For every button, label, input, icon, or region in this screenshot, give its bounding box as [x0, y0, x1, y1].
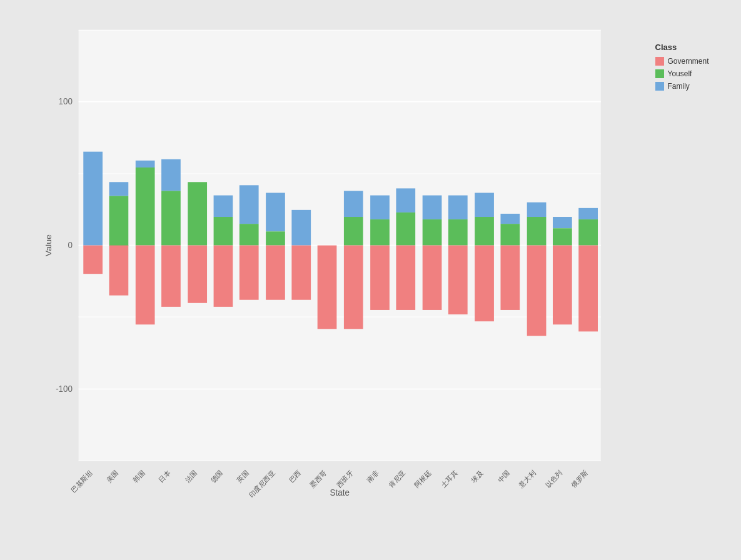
svg-rect-43 — [370, 219, 390, 246]
svg-rect-35 — [266, 246, 285, 300]
svg-rect-56 — [475, 246, 494, 322]
svg-rect-52 — [448, 219, 467, 246]
legend-label-youself: Youself — [668, 69, 692, 78]
svg-rect-57 — [500, 214, 520, 224]
svg-rect-46 — [396, 212, 415, 246]
svg-rect-38 — [317, 246, 336, 329]
family-swatch — [655, 82, 664, 91]
svg-rect-18 — [109, 246, 128, 296]
svg-rect-28 — [213, 217, 233, 246]
legend-title: Class — [655, 42, 730, 52]
svg-rect-14 — [83, 152, 103, 246]
svg-rect-23 — [161, 191, 181, 245]
legend-label-family: Family — [668, 82, 690, 91]
svg-text:-100: -100 — [56, 383, 73, 393]
chart-legend: Class Government Youself Family — [649, 24, 730, 549]
svg-rect-58 — [500, 224, 520, 245]
plot-area: 100 0 -100 Value State — [43, 24, 643, 505]
svg-rect-27 — [213, 196, 233, 217]
svg-text:0: 0 — [68, 239, 73, 249]
svg-rect-45 — [396, 188, 415, 212]
svg-rect-36 — [291, 210, 311, 246]
chart-svg: 100 0 -100 Value State — [43, 24, 643, 505]
svg-rect-68 — [578, 246, 598, 332]
svg-rect-42 — [370, 196, 390, 220]
svg-rect-16 — [109, 182, 128, 196]
svg-rect-19 — [135, 161, 154, 168]
svg-rect-22 — [161, 159, 181, 191]
svg-rect-51 — [448, 196, 467, 220]
svg-rect-40 — [343, 217, 363, 246]
svg-rect-49 — [422, 219, 441, 246]
svg-rect-50 — [422, 246, 441, 310]
svg-rect-32 — [239, 246, 258, 300]
svg-rect-26 — [188, 246, 207, 303]
svg-rect-48 — [422, 196, 441, 220]
svg-rect-31 — [239, 224, 258, 245]
legend-item-family: Family — [655, 82, 730, 91]
chart-area: 100 0 -100 Value State — [11, 11, 730, 549]
svg-text:100: 100 — [58, 96, 73, 106]
svg-rect-15 — [83, 246, 103, 274]
svg-rect-67 — [578, 219, 598, 246]
svg-rect-33 — [266, 193, 285, 232]
svg-rect-20 — [135, 168, 154, 246]
svg-rect-17 — [109, 196, 128, 246]
svg-rect-55 — [475, 217, 494, 246]
svg-rect-60 — [527, 202, 546, 217]
svg-rect-54 — [475, 193, 494, 218]
svg-rect-44 — [370, 246, 390, 310]
svg-rect-30 — [239, 185, 258, 224]
svg-rect-64 — [553, 228, 572, 245]
svg-rect-65 — [553, 246, 572, 325]
legend-label-government: Government — [668, 57, 709, 66]
svg-rect-47 — [396, 246, 415, 310]
svg-rect-39 — [343, 191, 363, 217]
svg-rect-62 — [527, 246, 546, 336]
svg-rect-34 — [266, 231, 285, 245]
svg-rect-59 — [500, 246, 520, 310]
svg-rect-53 — [448, 246, 467, 314]
government-swatch — [655, 57, 664, 66]
chart-container: 100 0 -100 Value State — [0, 0, 741, 560]
svg-rect-41 — [343, 246, 363, 329]
svg-rect-63 — [553, 217, 572, 228]
svg-rect-21 — [135, 246, 154, 325]
svg-rect-25 — [188, 182, 207, 245]
svg-rect-37 — [291, 246, 311, 300]
legend-item-youself: Youself — [655, 69, 730, 78]
svg-rect-61 — [527, 217, 546, 246]
legend-item-government: Government — [655, 57, 730, 66]
svg-rect-29 — [213, 246, 233, 307]
youself-swatch — [655, 69, 664, 78]
svg-rect-24 — [161, 246, 181, 307]
svg-text:Value: Value — [43, 234, 53, 257]
svg-rect-66 — [578, 208, 598, 219]
